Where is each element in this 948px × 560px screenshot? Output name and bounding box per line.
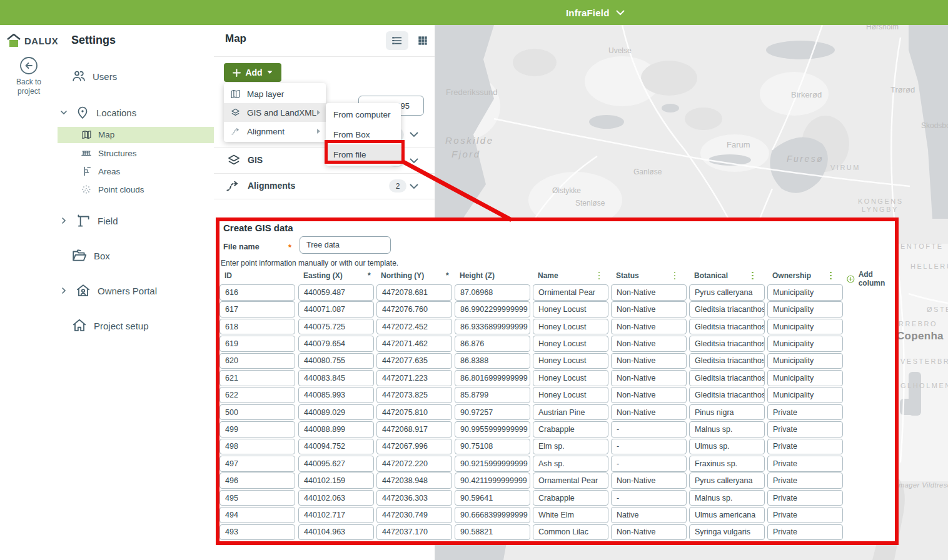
menu-item-gis-landxml[interactable]: GIS and LandXML bbox=[224, 103, 326, 122]
cell-name[interactable]: Ornamental Pear bbox=[533, 472, 608, 489]
cell-easting[interactable]: 440075.725 bbox=[298, 319, 374, 335]
section-row-alignments[interactable]: Alignments 2 bbox=[214, 173, 435, 199]
cell-easting[interactable]: 440089.029 bbox=[298, 404, 374, 421]
cell-northing[interactable]: 4472038.948 bbox=[376, 472, 452, 489]
cell-name[interactable]: Honey Locust bbox=[533, 336, 608, 352]
cell-northing[interactable]: 4472073.825 bbox=[376, 387, 452, 403]
cell-northing[interactable]: 4472072.220 bbox=[376, 456, 452, 472]
cell-status[interactable]: Non-Native bbox=[611, 319, 687, 335]
cell-status[interactable]: Non-Native bbox=[611, 301, 687, 318]
cell-ownership[interactable]: Municipality bbox=[767, 387, 843, 403]
cell-northing[interactable]: 4472071.223 bbox=[376, 370, 452, 386]
column-menu-icon[interactable] bbox=[598, 272, 600, 280]
cell-name[interactable]: Austrian Pine bbox=[533, 404, 608, 421]
cell-ownership[interactable]: Municipality bbox=[767, 353, 843, 369]
cell-id[interactable]: 495 bbox=[219, 490, 295, 506]
cell-northing[interactable]: 4472037.170 bbox=[376, 524, 452, 541]
cell-status[interactable]: Non-Native bbox=[611, 370, 687, 386]
cell-height[interactable]: 90.58821 bbox=[455, 524, 530, 541]
cell-botanical[interactable]: Syringa vulgaris bbox=[689, 524, 765, 541]
menu-item-alignment[interactable]: Alignment bbox=[224, 122, 326, 141]
submenu-item-from-file[interactable]: From file bbox=[326, 144, 401, 164]
cell-status[interactable]: - bbox=[611, 490, 687, 506]
cell-name[interactable]: Ornimental Pear bbox=[533, 284, 608, 301]
cell-status[interactable]: Native bbox=[611, 507, 687, 523]
cell-id[interactable]: 621 bbox=[219, 370, 295, 386]
cell-easting[interactable]: 440059.487 bbox=[298, 284, 374, 301]
cell-northing[interactable]: 4472072.452 bbox=[376, 319, 452, 335]
cell-ownership[interactable]: Private bbox=[767, 490, 843, 506]
cell-northing[interactable]: 4472068.917 bbox=[376, 421, 452, 438]
section-row-gis[interactable]: GIS 23 bbox=[214, 148, 435, 173]
cell-id[interactable]: 622 bbox=[219, 387, 295, 403]
cell-northing[interactable]: 4472067.996 bbox=[376, 439, 452, 455]
cell-northing[interactable]: 4472078.681 bbox=[376, 284, 452, 301]
file-name-input[interactable]: Tree data bbox=[300, 236, 391, 254]
cell-name[interactable]: Honey Locust bbox=[533, 387, 608, 403]
cell-easting[interactable]: 440071.087 bbox=[298, 301, 374, 318]
sidebar-item-locations[interactable]: Locations bbox=[71, 105, 136, 120]
cell-botanical[interactable]: Gleditsia triacanthos bbox=[689, 319, 765, 335]
cell-botanical[interactable]: Ulmus sp. bbox=[689, 439, 765, 455]
cell-northing[interactable]: 4472077.635 bbox=[376, 353, 452, 369]
cell-status[interactable]: - bbox=[611, 421, 687, 438]
cell-height[interactable]: 87.06968 bbox=[455, 284, 530, 301]
cell-id[interactable]: 494 bbox=[219, 507, 295, 523]
cell-botanical[interactable]: Ulmus americana bbox=[689, 507, 765, 523]
cell-name[interactable]: Honey Locust bbox=[533, 353, 608, 369]
cell-status[interactable]: Non-Native bbox=[611, 284, 687, 301]
cell-name[interactable]: Common Lilac bbox=[533, 524, 608, 541]
cell-easting[interactable]: 440095.627 bbox=[298, 456, 374, 472]
cell-name[interactable]: Ash sp. bbox=[533, 456, 608, 472]
cell-id[interactable]: 496 bbox=[219, 472, 295, 489]
cell-name[interactable]: Honey Locust bbox=[533, 370, 608, 386]
cell-name[interactable]: Honey Locust bbox=[533, 301, 608, 318]
cell-northing[interactable]: 4472030.749 bbox=[376, 507, 452, 523]
cell-status[interactable]: Non-Native bbox=[611, 404, 687, 421]
column-menu-icon[interactable] bbox=[674, 272, 676, 280]
cell-ownership[interactable]: Municipality bbox=[767, 301, 843, 318]
column-menu-icon[interactable] bbox=[752, 272, 754, 280]
cell-botanical[interactable]: Gleditsia triacanthos bbox=[689, 336, 765, 352]
cell-height[interactable]: 86.9902299999999 bbox=[455, 301, 530, 318]
cell-id[interactable]: 620 bbox=[219, 353, 295, 369]
submenu-item-from-computer[interactable]: From computer bbox=[326, 104, 401, 124]
cell-status[interactable]: Non-Native bbox=[611, 353, 687, 369]
cell-easting[interactable]: 440079.654 bbox=[298, 336, 374, 352]
back-to-project-button[interactable]: Back to project bbox=[0, 56, 58, 96]
cell-id[interactable]: 500 bbox=[219, 404, 295, 421]
cell-botanical[interactable]: Gleditsia triacanthos bbox=[689, 370, 765, 386]
cell-height[interactable]: 86.8388 bbox=[455, 353, 530, 369]
cell-name[interactable]: Crabapple bbox=[533, 421, 608, 438]
cell-name[interactable]: White Elm bbox=[533, 507, 608, 523]
cell-height[interactable]: 86.9336899999999 bbox=[455, 319, 530, 335]
cell-name[interactable]: Elm sp. bbox=[533, 439, 608, 455]
cell-id[interactable]: 499 bbox=[219, 421, 295, 438]
cell-easting[interactable]: 440088.899 bbox=[298, 421, 374, 438]
cell-botanical[interactable]: Malnus sp. bbox=[689, 421, 765, 438]
cell-status[interactable]: Non-Native bbox=[611, 524, 687, 541]
cell-botanical[interactable]: Gleditsia triacanthos bbox=[689, 387, 765, 403]
add-button[interactable]: Add bbox=[224, 63, 281, 82]
submenu-item-from-box[interactable]: From Box bbox=[326, 124, 401, 144]
cell-ownership[interactable]: Municipality bbox=[767, 336, 843, 352]
cell-ownership[interactable]: Municipality bbox=[767, 319, 843, 335]
cell-name[interactable]: Honey Locust bbox=[533, 319, 608, 335]
menu-item-map-layer[interactable]: Map layer bbox=[224, 84, 326, 103]
cell-id[interactable]: 616 bbox=[219, 284, 295, 301]
cell-easting[interactable]: 440102.063 bbox=[298, 490, 374, 506]
sidebar-item-structures[interactable]: Structures bbox=[81, 148, 137, 159]
cell-status[interactable]: Non-Native bbox=[611, 387, 687, 403]
cell-ownership[interactable]: Municipality bbox=[767, 370, 843, 386]
cell-botanical[interactable]: Gleditsia triacanthos bbox=[689, 353, 765, 369]
cell-height[interactable]: 86.8016999999999 bbox=[455, 370, 530, 386]
cell-ownership[interactable]: Private bbox=[767, 472, 843, 489]
cell-height[interactable]: 90.4211999999999 bbox=[455, 472, 530, 489]
cell-easting[interactable]: 440102.717 bbox=[298, 507, 374, 523]
cell-height[interactable]: 90.75108 bbox=[455, 439, 530, 455]
cell-botanical[interactable]: Pyrus calleryana bbox=[689, 472, 765, 489]
cell-botanical[interactable]: Malnus sp. bbox=[689, 490, 765, 506]
cell-height[interactable]: 85.8799 bbox=[455, 387, 530, 403]
sidebar-item-box[interactable]: Box bbox=[71, 248, 110, 264]
project-switcher[interactable]: InfraField bbox=[566, 0, 625, 25]
